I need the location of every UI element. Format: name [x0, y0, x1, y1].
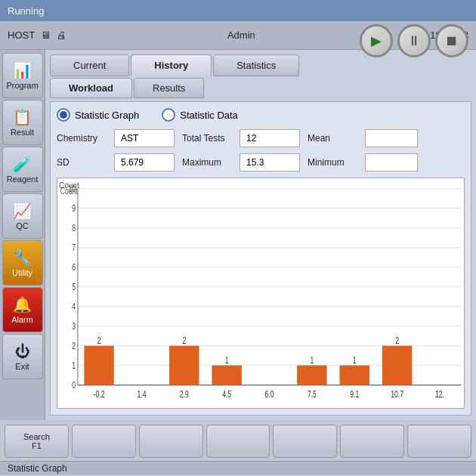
reagent-icon: 🧪 [13, 155, 32, 173]
content-area: Current History Statistics Workload Resu… [45, 50, 476, 420]
svg-text:2: 2 [72, 340, 76, 351]
exit-icon: ⏻ [15, 343, 30, 360]
chemistry-group: Chemistry AST [57, 129, 175, 147]
total-tests-label: Total Tests [182, 133, 235, 144]
tab-statistics[interactable]: Statistics [213, 54, 299, 76]
sidebar-label-exit: Exit [15, 362, 29, 371]
tab-workload-label: Workload [69, 82, 113, 94]
host-label: HOST [8, 29, 35, 41]
tab-results[interactable]: Results [134, 78, 204, 98]
sidebar-item-result[interactable]: 📋 Result [2, 100, 43, 145]
sidebar-label-alarm: Alarm [11, 315, 33, 324]
svg-text:1: 1 [310, 354, 314, 365]
fkey-f7[interactable] [407, 425, 471, 458]
sidebar-item-exit[interactable]: ⏻ Exit [2, 334, 43, 379]
qc-icon: 📈 [13, 202, 32, 220]
svg-rect-24 [84, 346, 113, 385]
svg-text:5: 5 [72, 281, 76, 292]
svg-text:10.7: 10.7 [391, 389, 403, 400]
tab-current-label: Current [73, 60, 106, 71]
sidebar-item-utility[interactable]: 🔧 Utility [2, 240, 43, 286]
fkey-f4[interactable] [206, 425, 270, 458]
mean-value[interactable] [365, 129, 418, 147]
svg-text:Count: Count [60, 185, 78, 196]
svg-text:6.0: 6.0 [265, 389, 274, 400]
svg-text:4.5: 4.5 [222, 389, 231, 400]
utility-icon: 🔧 [13, 249, 32, 267]
sidebar-item-reagent[interactable]: 🧪 Reagent [2, 147, 43, 192]
sd-label: SD [57, 157, 110, 168]
minimum-value[interactable] [365, 153, 418, 172]
mean-label: Mean [308, 133, 360, 144]
svg-rect-28 [169, 346, 199, 385]
total-tests-value[interactable]: 12 [240, 129, 300, 147]
chart-svg: 0123456789102-0.21.422.914.56.017.519.12… [57, 178, 464, 408]
radio-circle-graph [57, 108, 70, 122]
radio-statistic-data[interactable]: Statistic Data [162, 108, 238, 122]
monitor-icon: 🖥 [41, 29, 51, 41]
sidebar-item-alarm[interactable]: 🔔 Alarm [2, 287, 43, 332]
inner-panel: Statistic Graph Statistic Data Chemistry… [50, 101, 471, 416]
sidebar-item-program[interactable]: 📊 Program [2, 53, 43, 98]
play-button[interactable]: ▶ [360, 24, 393, 57]
svg-text:-0.2: -0.2 [94, 389, 105, 400]
svg-text:2: 2 [97, 335, 101, 345]
svg-text:2: 2 [395, 335, 399, 345]
svg-text:4: 4 [72, 301, 76, 311]
alarm-icon: 🔔 [13, 295, 32, 314]
tab-history-label: History [154, 60, 188, 71]
fkey-f1-sublabel: F1 [32, 441, 42, 450]
stop-button[interactable]: ⏹ [435, 24, 468, 57]
fkey-f1-label: Search [23, 432, 50, 441]
fkey-f3[interactable] [139, 425, 203, 458]
radio-row: Statistic Graph Statistic Data [57, 108, 465, 122]
radio-statistic-graph[interactable]: Statistic Graph [57, 108, 139, 122]
svg-text:12.: 12. [435, 389, 444, 400]
svg-text:7: 7 [72, 242, 76, 252]
radio-circle-data [162, 108, 175, 122]
svg-text:6: 6 [72, 261, 76, 272]
pause-button[interactable]: ⏸ [397, 24, 431, 57]
fields-row2: SD 5.679 Maximum 15.3 Minimum [57, 153, 465, 172]
tab-statistics-label: Statistics [236, 60, 276, 71]
title-bar: Running [0, 0, 476, 21]
tab-current[interactable]: Current [50, 54, 129, 76]
svg-text:3: 3 [72, 320, 76, 331]
sd-value[interactable]: 5.679 [114, 153, 175, 172]
sidebar-label-utility: Utility [12, 268, 32, 277]
tab-workload[interactable]: Workload [50, 78, 132, 98]
svg-rect-35 [297, 366, 326, 385]
header-user: Admin [227, 29, 255, 41]
fkey-f2[interactable] [72, 425, 136, 458]
svg-text:1: 1 [225, 354, 229, 365]
tabs-row2: Workload Results [50, 78, 471, 98]
svg-text:1: 1 [72, 360, 76, 370]
sidebar-label-qc: QC [16, 221, 29, 230]
svg-text:8: 8 [72, 222, 76, 233]
tabs-row1: Current History Statistics [50, 54, 471, 76]
minimum-group: Minimum [308, 153, 418, 172]
svg-text:9.1: 9.1 [350, 389, 359, 400]
svg-text:2: 2 [182, 335, 186, 345]
fkey-f5[interactable] [273, 425, 337, 458]
status-bar-line1: Statistic Graph [0, 461, 476, 475]
svg-text:7.5: 7.5 [308, 389, 317, 400]
svg-text:1: 1 [353, 354, 357, 365]
mean-group: Mean [308, 129, 418, 147]
sidebar-label-program: Program [6, 81, 38, 90]
svg-text:0: 0 [72, 379, 76, 390]
sidebar-item-qc[interactable]: 📈 QC [2, 193, 43, 239]
maximum-value[interactable]: 15.3 [240, 153, 300, 172]
svg-text:2.9: 2.9 [180, 389, 189, 400]
result-icon: 📋 [13, 108, 32, 126]
fkey-f1[interactable]: Search F1 [5, 425, 69, 458]
sidebar-label-result: Result [11, 128, 34, 137]
svg-rect-38 [340, 366, 369, 385]
header-left: HOST 🖥 🖨 [8, 29, 66, 41]
svg-text:1.4: 1.4 [137, 389, 146, 400]
radio-label-data: Statistic Data [180, 110, 238, 121]
chemistry-value[interactable]: AST [114, 129, 175, 147]
tab-history[interactable]: History [131, 54, 212, 76]
header-controls: ▶ ⏸ ⏹ [360, 24, 468, 57]
fkey-f6[interactable] [340, 425, 404, 458]
